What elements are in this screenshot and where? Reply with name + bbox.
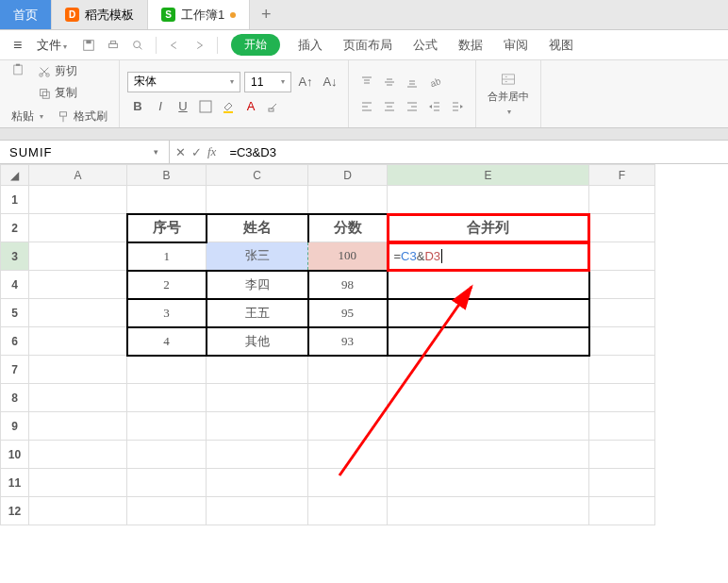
rowhdr-2[interactable]: 2 (1, 214, 29, 242)
copy-label: 复制 (55, 85, 77, 101)
rowhdr-6[interactable]: 6 (1, 327, 29, 356)
tab-insert[interactable]: 插入 (290, 37, 331, 54)
rowhdr-9[interactable]: 9 (1, 412, 29, 441)
align-group: ab (349, 60, 476, 127)
font-name-select[interactable]: 宋体▾ (127, 72, 240, 92)
formula-prefix: = (394, 249, 402, 263)
cell-B2[interactable]: 序号 (127, 214, 207, 242)
undo-icon[interactable] (164, 35, 185, 56)
col-E[interactable]: E (388, 165, 589, 186)
cell-B4[interactable]: 2 (127, 271, 207, 299)
tab-workbook[interactable]: S工作簿1 (148, 0, 250, 29)
cell-C2[interactable]: 姓名 (207, 214, 308, 242)
rowhdr-12[interactable]: 12 (1, 497, 29, 525)
new-tab-button[interactable]: + (250, 0, 282, 29)
align-middle-icon[interactable] (379, 72, 400, 92)
cell-E2[interactable]: 合并列 (388, 214, 589, 242)
underline-icon[interactable]: U (173, 96, 193, 117)
cell-B5[interactable]: 3 (127, 299, 207, 327)
rowhdr-11[interactable]: 11 (1, 469, 29, 497)
svg-line-11 (41, 67, 48, 75)
tab-view[interactable]: 视图 (540, 37, 582, 54)
decrease-font-icon[interactable]: A↓ (320, 72, 340, 92)
column-headers: ◢ A B C D E F (1, 165, 655, 186)
cell-B3[interactable]: 1 (127, 242, 207, 271)
align-right-icon[interactable] (402, 96, 422, 117)
fill-color-icon[interactable] (218, 96, 239, 117)
clipboard-group: 剪切 复制 粘贴▾ 格式刷 (0, 60, 120, 127)
tab-formula[interactable]: 公式 (405, 37, 446, 54)
svg-rect-16 (200, 101, 211, 112)
document-tabs: 首页 D稻壳模板 S工作簿1 + (0, 0, 728, 30)
paste-button[interactable] (8, 61, 28, 103)
indent-left-icon[interactable] (424, 96, 445, 117)
formula-input[interactable]: =C3&D3 (222, 141, 728, 163)
merge-button[interactable]: 合并居中▾ (484, 71, 533, 118)
cell-B6[interactable]: 4 (127, 327, 207, 356)
tab-home[interactable]: 首页 (0, 0, 52, 29)
align-top-icon[interactable] (356, 72, 377, 92)
cell-D5[interactable]: 95 (308, 299, 388, 327)
clear-format-icon[interactable] (263, 96, 284, 117)
align-bottom-icon[interactable] (402, 72, 422, 92)
orientation-icon[interactable]: ab (424, 72, 445, 92)
accept-formula-icon[interactable]: ✓ (191, 145, 202, 159)
row-9: 9 (1, 412, 655, 441)
font-size-select[interactable]: 11▾ (244, 72, 291, 92)
align-center-icon[interactable] (379, 96, 400, 117)
fx-icon[interactable]: fx (207, 144, 216, 159)
align-left-icon[interactable] (356, 96, 377, 117)
col-D[interactable]: D (308, 165, 388, 186)
rowhdr-10[interactable]: 10 (1, 441, 29, 469)
tab-review[interactable]: 审阅 (495, 37, 537, 54)
cell-C6[interactable]: 其他 (207, 327, 308, 356)
cell-D4[interactable]: 98 (308, 271, 388, 299)
formula-ref2: D3 (424, 249, 440, 263)
rowhdr-7[interactable]: 7 (1, 356, 29, 384)
grid[interactable]: ◢ A B C D E F 1 2 序号 姓名 分数 合并列 3 1 张三 10… (0, 164, 655, 525)
cell-E3-editing[interactable]: =C3&D3 (388, 242, 589, 271)
cell-C4[interactable]: 李四 (207, 271, 308, 299)
redo-icon[interactable] (189, 35, 209, 56)
italic-icon[interactable]: I (150, 96, 171, 117)
cell-C3[interactable]: 张三 (207, 242, 308, 271)
tab-data[interactable]: 数据 (450, 37, 491, 54)
tab-template[interactable]: D稻壳模板 (52, 0, 148, 29)
cell-E5[interactable] (388, 299, 589, 327)
rowhdr-5[interactable]: 5 (1, 299, 29, 327)
spreadsheet: ◢ A B C D E F 1 2 序号 姓名 分数 合并列 3 1 张三 10… (0, 164, 728, 525)
cell-E4[interactable] (388, 271, 589, 299)
preview-icon[interactable] (127, 35, 148, 56)
save-icon[interactable] (78, 35, 99, 56)
print-icon[interactable] (103, 35, 124, 56)
tab-start[interactable]: 开始 (231, 34, 280, 56)
font-color-icon[interactable]: A (240, 96, 261, 117)
indent-right-icon[interactable] (447, 96, 468, 117)
cancel-formula-icon[interactable]: ✕ (175, 145, 186, 159)
col-B[interactable]: B (127, 165, 207, 186)
cell-E6[interactable] (388, 327, 589, 356)
name-box[interactable]: SUMIF▾ (0, 141, 170, 163)
col-F[interactable]: F (589, 165, 655, 186)
paste-label-button[interactable]: 粘贴▾ (8, 107, 47, 126)
border-icon[interactable] (195, 96, 216, 117)
file-menu[interactable]: 文件▾ (29, 37, 74, 54)
rowhdr-3[interactable]: 3 (1, 242, 29, 271)
bold-icon[interactable]: B (127, 96, 148, 117)
col-C[interactable]: C (207, 165, 308, 186)
tab-layout[interactable]: 页面布局 (335, 37, 401, 54)
rowhdr-1[interactable]: 1 (1, 186, 29, 214)
increase-font-icon[interactable]: A↑ (295, 72, 316, 92)
cell-D2[interactable]: 分数 (308, 214, 388, 242)
select-all[interactable]: ◢ (1, 165, 29, 186)
cut-button[interactable]: 剪切 (34, 61, 81, 81)
copy-button[interactable]: 复制 (34, 83, 81, 103)
cell-D6[interactable]: 93 (308, 327, 388, 356)
cell-D3[interactable]: 100 (308, 242, 388, 271)
col-A[interactable]: A (29, 165, 127, 186)
rowhdr-4[interactable]: 4 (1, 271, 29, 299)
rowhdr-8[interactable]: 8 (1, 384, 29, 412)
format-painter-button[interactable]: 格式刷 (53, 107, 111, 126)
cell-C5[interactable]: 王五 (207, 299, 308, 327)
hamburger-icon[interactable]: ≡ (9, 37, 25, 54)
